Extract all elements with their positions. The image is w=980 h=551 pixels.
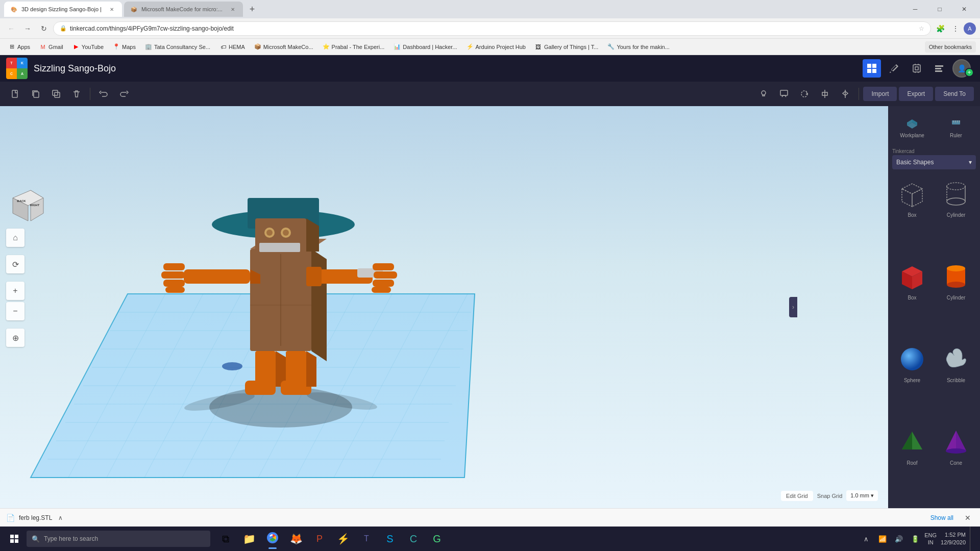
codeblocks-button[interactable]: [930, 59, 948, 78]
3d-viewport[interactable]: RIGHT BACK ⌂ ⟳ + − ⊕: [0, 106, 888, 508]
taskbar-powerpoint[interactable]: P: [308, 528, 331, 550]
volume-icon[interactable]: 🔊: [892, 532, 906, 546]
panel-collapse-button[interactable]: ›: [789, 297, 797, 317]
tinkercad-top-bar: T K C A Sizzling Sango-Bojo: [0, 55, 980, 82]
show-hidden-icons-button[interactable]: ∧: [859, 532, 873, 546]
shape-cylinder-orange[interactable]: Cylinder: [936, 260, 976, 339]
bookmark-hema[interactable]: 🏷 HEMA: [215, 41, 249, 53]
forward-button[interactable]: →: [20, 21, 35, 36]
comment-button[interactable]: [775, 85, 793, 103]
bookmark-gallery[interactable]: 🖼 Gallery of Things | T...: [531, 41, 602, 53]
zoom-out-button[interactable]: −: [6, 302, 24, 320]
network-icon[interactable]: 📶: [875, 532, 890, 546]
taskbar-chrome[interactable]: [261, 528, 284, 550]
toolbar-separator-1: [90, 88, 90, 100]
cone-label: Cone: [950, 460, 962, 466]
download-chevron-icon[interactable]: ∧: [58, 514, 63, 521]
new-design-button[interactable]: [6, 85, 24, 103]
mirror-button[interactable]: [836, 85, 854, 103]
active-tab[interactable]: 🎨 3D design Sizzling Sango-Bojo | ✕: [4, 2, 122, 17]
inactive-tab[interactable]: 📦 Microsoft MakeCode for micro:... ✕: [124, 2, 243, 17]
show-desktop-button[interactable]: [970, 527, 974, 551]
duplicate-button[interactable]: [47, 85, 65, 103]
bookmark-youtube[interactable]: ▶ YouTube: [68, 41, 108, 53]
settings-icon[interactable]: ⋮: [948, 21, 963, 36]
minimize-button[interactable]: ─: [903, 1, 927, 17]
grid-view-button[interactable]: [863, 59, 881, 78]
undo-button[interactable]: [94, 85, 113, 103]
prabal-icon: ⭐: [323, 43, 330, 51]
scribble-label: Scribble: [947, 378, 965, 383]
user-avatar[interactable]: A: [964, 22, 976, 35]
circuit-button[interactable]: [908, 59, 926, 78]
copy-button[interactable]: [27, 85, 45, 103]
bookmark-yours[interactable]: 🔧 Yours for the makin...: [603, 41, 674, 53]
bookmark-gmail[interactable]: M Gmail: [35, 41, 67, 53]
tinkercad-logo[interactable]: T K C A: [6, 58, 28, 79]
shape-box-red[interactable]: Box: [892, 260, 932, 339]
taskbar-game[interactable]: G: [426, 528, 448, 550]
view-cube[interactable]: RIGHT BACK: [10, 188, 46, 223]
taskbar-teams[interactable]: T: [355, 528, 378, 550]
shape-box-ghost[interactable]: Box: [892, 178, 932, 256]
align-button[interactable]: [816, 85, 834, 103]
address-bar[interactable]: 🔒 tinkercad.com/things/4iPFyG9m7cw-sizzl…: [53, 21, 931, 36]
send-to-button[interactable]: Send To: [935, 87, 974, 101]
bookmark-star-icon[interactable]: ☆: [919, 25, 924, 32]
help-button[interactable]: [754, 85, 773, 103]
workplane-button[interactable]: Workplane: [892, 110, 932, 142]
back-button[interactable]: ←: [4, 21, 18, 36]
bookmark-yours-label: Yours for the makin...: [617, 44, 670, 50]
bookmark-prabal[interactable]: ⭐ Prabal - The Experi...: [318, 41, 389, 53]
bookmark-apps[interactable]: ⊞ Apps: [4, 41, 34, 53]
import-button[interactable]: Import: [863, 87, 897, 101]
maximize-button[interactable]: □: [928, 1, 951, 17]
close-download-bar-button[interactable]: ✕: [962, 512, 974, 524]
bookmark-tata[interactable]: 🏢 Tata Consultancy Se...: [141, 41, 214, 53]
snap-value-button[interactable]: 1.0 mm ▾: [846, 490, 878, 501]
tab2-close-button[interactable]: ✕: [229, 5, 237, 13]
shapes-category-dropdown[interactable]: Basic Shapes ▾: [892, 155, 976, 169]
shape-scribble[interactable]: Scribble: [936, 343, 976, 421]
ruler-button[interactable]: Ruler: [936, 110, 976, 142]
taskbar-task-view[interactable]: ⧉: [214, 528, 237, 550]
zoom-in-button[interactable]: +: [6, 282, 24, 300]
fit-view-button[interactable]: ⊕: [6, 329, 24, 347]
taskbar-firefox[interactable]: 🦊: [285, 528, 307, 550]
delete-button[interactable]: [67, 85, 86, 103]
reload-button[interactable]: ↻: [37, 21, 51, 36]
shape-cone[interactable]: Cone: [936, 425, 976, 504]
show-all-downloads-button[interactable]: Show all: [926, 512, 958, 523]
taskbar-skype[interactable]: S: [379, 528, 401, 550]
bookmark-arduino[interactable]: ⚡ Arduino Project Hub: [462, 41, 530, 53]
taskbar-explorer[interactable]: 📁: [238, 528, 260, 550]
ruler-label: Ruler: [950, 133, 962, 138]
tab-close-button[interactable]: ✕: [108, 5, 116, 13]
close-button[interactable]: ✕: [952, 1, 976, 17]
time-display: 1:52 PM: [941, 531, 966, 539]
taskbar-search-bar[interactable]: 🔍 Type here to search: [27, 531, 210, 547]
bookmark-makecode[interactable]: 📦 Microsoft MakeCo...: [250, 41, 317, 53]
language-indicator[interactable]: ENG IN: [924, 532, 937, 546]
edit-grid-button[interactable]: Edit Grid: [781, 491, 813, 501]
start-button[interactable]: [2, 527, 27, 551]
rotate-button[interactable]: [795, 85, 814, 103]
battery-icon[interactable]: 🔋: [908, 532, 922, 546]
extensions-icon[interactable]: 🧩: [933, 21, 947, 36]
datetime-display[interactable]: 1:52 PM 12/9/2020: [939, 531, 968, 547]
new-tab-button[interactable]: +: [245, 2, 259, 16]
shape-cylinder-ghost[interactable]: Cylinder: [936, 178, 976, 256]
shape-roof[interactable]: Roof: [892, 425, 932, 504]
bookmark-maps[interactable]: 📍 Maps: [109, 41, 140, 53]
redo-button[interactable]: [115, 85, 133, 103]
design-tools-button[interactable]: [885, 59, 903, 78]
bookmark-dashboard[interactable]: 📊 Dashboard | Hacker...: [389, 41, 461, 53]
taskbar-canva[interactable]: C: [402, 528, 425, 550]
other-bookmarks-button[interactable]: Other bookmarks: [925, 41, 976, 53]
home-view-button[interactable]: ⌂: [6, 229, 24, 247]
orbit-button[interactable]: ⟳: [6, 255, 24, 273]
shape-sphere[interactable]: Sphere: [892, 343, 932, 421]
export-button[interactable]: Export: [899, 87, 933, 101]
svg-rect-116: [15, 535, 18, 538]
taskbar-arduino-ide[interactable]: ⚡: [332, 528, 354, 550]
